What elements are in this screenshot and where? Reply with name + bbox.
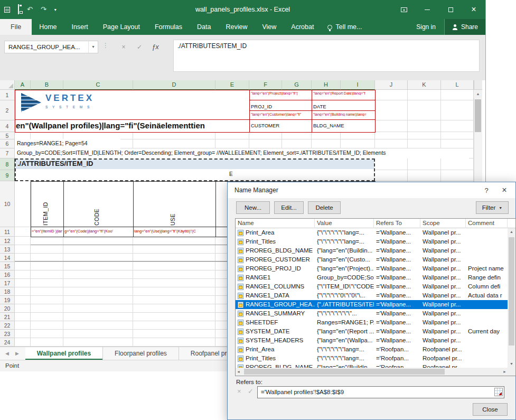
name-row[interactable]: SYSTEM_HEADERS{"lang="en"(Wallpa...='Wal… bbox=[236, 336, 508, 345]
ribbon-tab-data[interactable]: Data bbox=[190, 19, 218, 35]
ribbon-tab-view[interactable]: View bbox=[255, 19, 284, 35]
dialog-close-icon[interactable]: × bbox=[495, 182, 513, 198]
list-hscroll-thumb[interactable] bbox=[244, 369, 445, 375]
refers-cancel-icon[interactable]: × bbox=[237, 387, 241, 395]
dialog-close-button[interactable]: Close bbox=[473, 403, 508, 416]
sheet-nav-right-icon[interactable]: ▶ bbox=[15, 351, 19, 356]
row-header-9[interactable]: 9 bbox=[0, 170, 15, 181]
column-header-g[interactable]: G bbox=[282, 80, 312, 90]
column-header-l[interactable]: L bbox=[441, 80, 474, 90]
column-header-a[interactable]: A bbox=[15, 80, 31, 90]
formula-bar-splitter[interactable]: ⋮ bbox=[102, 42, 109, 49]
dialog-title-bar[interactable]: Name Manager ? × bbox=[228, 182, 515, 198]
row-header-17[interactable]: 17 bbox=[0, 279, 15, 287]
sheet-nav-left-icon[interactable]: ◀ bbox=[5, 351, 9, 356]
ribbon-tab-formulas[interactable]: Formulas bbox=[147, 19, 190, 35]
customize-qat-icon[interactable]: ▾ bbox=[54, 7, 57, 12]
row-header-7[interactable]: 7 bbox=[0, 148, 15, 158]
maximize-button[interactable] bbox=[439, 0, 462, 19]
name-row[interactable]: PROREG_BLDG_NAME{"lang="en"(Buildin...='… bbox=[236, 363, 508, 368]
ribbon-tab-home[interactable]: Home bbox=[32, 19, 64, 35]
column-header-f[interactable]: F bbox=[249, 80, 282, 90]
insert-function-icon[interactable]: ƒx bbox=[149, 41, 162, 53]
row-header-18[interactable]: 18 bbox=[0, 287, 15, 296]
sheet-tab-floorpanel-profiles[interactable]: Floorpanel profiles bbox=[103, 347, 179, 360]
row-header-21[interactable]: 21 bbox=[0, 313, 15, 321]
row-header-11[interactable]: 11 bbox=[0, 227, 15, 237]
row-header-24[interactable]: 24 bbox=[0, 338, 15, 347]
range-selector-icon[interactable] bbox=[494, 388, 503, 396]
list-scroll-right-icon[interactable]: ► bbox=[503, 370, 506, 374]
list-column-header-scope[interactable]: Scope bbox=[420, 219, 466, 228]
list-column-header-value[interactable]: Value bbox=[315, 219, 374, 228]
row-header-23[interactable]: 23 bbox=[0, 330, 15, 338]
name-row[interactable]: RANGE1_SUMMARY{"\"\"\"\"\"\"\"\"...='Wal… bbox=[236, 309, 508, 318]
name-row[interactable]: PROREG_CUSTOMER{"lang="en"(Custo...='Wal… bbox=[236, 255, 508, 264]
ribbon-display-options-icon[interactable] bbox=[392, 0, 416, 19]
cancel-icon[interactable]: × bbox=[117, 41, 130, 53]
list-column-header-comment[interactable]: Comment bbox=[466, 219, 508, 228]
ribbon-tab-page-layout[interactable]: Page Layout bbox=[96, 19, 147, 35]
enter-icon[interactable]: ✓ bbox=[133, 41, 146, 53]
undo-icon[interactable]: ↶ bbox=[27, 0, 33, 19]
refers-to-field[interactable]: ='Wallpanel profiles'!$A$8:$I$9 bbox=[257, 386, 504, 398]
list-scroll-up-icon[interactable]: ▲ bbox=[508, 230, 515, 234]
minimize-button[interactable] bbox=[416, 0, 439, 19]
ribbon-tab-file[interactable]: File bbox=[0, 19, 32, 35]
sheet-tab-wallpanel-profiles[interactable]: Wallpanel profiles bbox=[25, 347, 103, 360]
row-header-20[interactable]: 20 bbox=[0, 304, 15, 313]
sign-in-link[interactable]: Sign in bbox=[408, 19, 444, 35]
name-row[interactable]: Print_Area{"\"\"\"\"\"\"lang=...='Roofpa… bbox=[236, 345, 508, 354]
list-vscroll-thumb[interactable] bbox=[509, 237, 514, 346]
edit-button[interactable]: Edit... bbox=[274, 201, 304, 214]
row-header-1[interactable]: 1 bbox=[0, 90, 15, 100]
name-row[interactable]: PROREG_BLDG_NAME{"lang="en"(Buildin...='… bbox=[236, 246, 508, 255]
select-all-corner[interactable] bbox=[0, 80, 15, 90]
name-box[interactable]: RANGE1_GROUP_HEA... ▾ bbox=[4, 41, 98, 53]
column-header-i[interactable]: I bbox=[341, 80, 375, 90]
name-row[interactable]: Print_Titles{"\"\"\"\"\"\"lang=...='Roof… bbox=[236, 354, 508, 363]
help-icon[interactable]: ? bbox=[477, 182, 495, 198]
row-header-22[interactable]: 22 bbox=[0, 321, 15, 330]
row-header-10[interactable]: 10 bbox=[0, 181, 15, 227]
formula-bar-input[interactable]: ./ATTRIBUTES/ITEM_ID bbox=[173, 40, 480, 72]
name-row[interactable]: SHEETDEFRanges=RANGE1; P...='Wallpane...… bbox=[236, 318, 508, 327]
row-header-14[interactable]: 14 bbox=[0, 254, 15, 262]
row-header-16[interactable]: 16 bbox=[0, 270, 15, 279]
ribbon-tab-acrobat[interactable]: Acrobat bbox=[284, 19, 321, 35]
row-header-6[interactable]: 6 bbox=[0, 139, 15, 148]
delete-button[interactable]: Delete bbox=[308, 201, 341, 214]
list-column-header-refers-to[interactable]: Refers To bbox=[374, 219, 420, 228]
column-header-c[interactable]: C bbox=[63, 80, 133, 90]
list-vertical-scrollbar[interactable]: ▲ ▼ bbox=[508, 228, 515, 368]
name-row[interactable]: Print_Titles{"\"\"\"\"\"\"lang=...='Wall… bbox=[236, 237, 508, 246]
row-header-8[interactable]: 8 bbox=[0, 158, 15, 170]
names-list[interactable]: NameValueRefers ToScopeComment Print_Are… bbox=[235, 218, 516, 376]
scroll-up-icon[interactable]: ▲ bbox=[474, 90, 482, 98]
row-header-15[interactable]: 15 bbox=[0, 262, 15, 270]
name-row[interactable]: RANGE1_GROUP_HEA...{"./ATTRIBUTES/ITEM..… bbox=[236, 300, 508, 309]
list-column-header-name[interactable]: Name bbox=[236, 219, 315, 228]
name-row[interactable]: PROREG_PROJ_ID{"lang="en"(Project)...='W… bbox=[236, 264, 508, 273]
column-header-e[interactable]: E bbox=[215, 80, 249, 90]
list-horizontal-scrollbar[interactable]: ◄ ► bbox=[236, 368, 508, 376]
tell-me-tab[interactable]: Tell me... bbox=[321, 19, 368, 35]
vertical-scrollbar-thumb[interactable] bbox=[475, 99, 481, 132]
row-header-5[interactable]: 5 bbox=[0, 132, 15, 139]
list-scroll-left-icon[interactable]: ◄ bbox=[237, 370, 240, 374]
share-button[interactable]: Share bbox=[444, 19, 485, 35]
list-scroll-down-icon[interactable]: ▼ bbox=[508, 362, 515, 366]
name-row[interactable]: SYSTEM_DATE{"lang="en"(Report ...='Wallp… bbox=[236, 327, 508, 336]
filter-button[interactable]: Filter ▼ bbox=[476, 201, 509, 214]
redo-icon[interactable]: ↷ bbox=[41, 0, 46, 19]
row-header-12[interactable]: 12 bbox=[0, 237, 15, 245]
column-header-j[interactable]: J bbox=[375, 80, 408, 90]
save-icon[interactable] bbox=[18, 5, 19, 14]
column-header-b[interactable]: B bbox=[31, 80, 63, 90]
name-row[interactable]: RANGE1_COLUMNS{"\"ITEM_ID\"\"CODE...='Wa… bbox=[236, 282, 508, 291]
row-header-2[interactable]: 2 bbox=[0, 100, 15, 120]
name-row[interactable]: RANGE1_DATA{"\"\"\"\"\"0\"\"0\"\...='Wal… bbox=[236, 291, 508, 300]
row-header-19[interactable]: 19 bbox=[0, 296, 15, 304]
ribbon-tab-review[interactable]: Review bbox=[218, 19, 255, 35]
row-header-4[interactable]: 4 bbox=[0, 120, 15, 132]
